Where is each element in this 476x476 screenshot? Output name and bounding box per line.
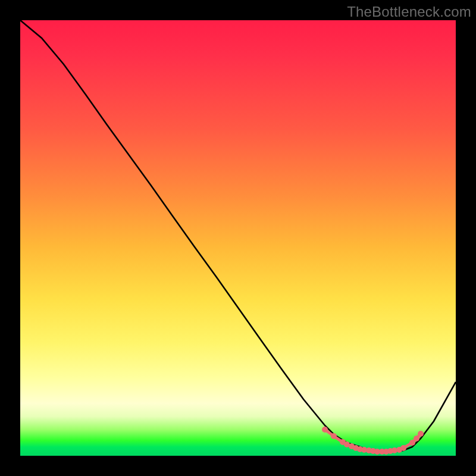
svg-point-0	[322, 427, 328, 433]
watermark-text: TheBottleneck.com	[347, 4, 471, 20]
curve-line	[20, 20, 456, 452]
marker-dots	[322, 427, 424, 455]
svg-point-19	[418, 431, 424, 437]
plot-area	[20, 20, 456, 456]
svg-point-1	[331, 433, 337, 439]
chart-svg	[20, 20, 456, 456]
svg-point-18	[414, 436, 419, 441]
svg-point-16	[400, 445, 406, 451]
chart-frame: TheBottleneck.com	[0, 0, 476, 476]
